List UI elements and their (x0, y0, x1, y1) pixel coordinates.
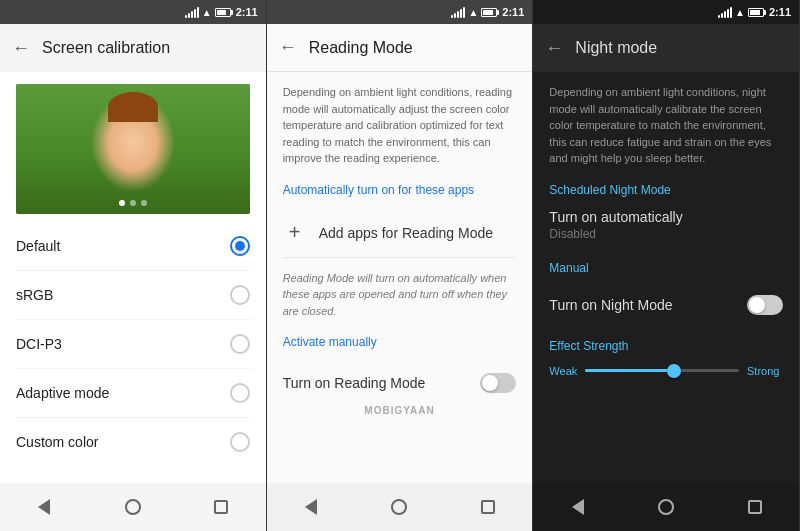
back-triangle-icon-2 (305, 499, 317, 515)
time-display-1: 2:11 (236, 6, 258, 18)
top-bar-3: ← Night mode (533, 24, 799, 72)
radio-srgb[interactable] (230, 285, 250, 305)
back-triangle-icon-3 (572, 499, 584, 515)
reading-toggle-row: Turn on Reading Mode (283, 365, 517, 401)
option-dcip3-label: DCI-P3 (16, 336, 62, 352)
reading-mode-panel: ▲ 2:11 ← Reading Mode Depending on ambie… (267, 0, 534, 531)
nav-bar-3 (533, 483, 799, 531)
wifi-icon: ▲ (202, 7, 212, 18)
top-bar-2: ← Reading Mode (267, 24, 533, 72)
nav-recent-1[interactable] (206, 492, 236, 522)
auto-toggle-sub: Disabled (549, 227, 783, 241)
option-custom[interactable]: Custom color (16, 418, 250, 466)
reading-auto-desc: Reading Mode will turn on automatically … (283, 270, 517, 320)
status-icons-1: ▲ 2:11 (185, 6, 258, 18)
back-button-3[interactable]: ← (545, 38, 563, 59)
slider-weak-label: Weak (549, 365, 577, 377)
home-circle-icon-3 (658, 499, 674, 515)
calibration-content: Default sRGB DCI-P3 Adaptive mode Custom… (0, 72, 266, 483)
activate-link[interactable]: Activate manually (283, 335, 517, 349)
option-default-label: Default (16, 238, 60, 254)
night-toggle-row: Turn on Night Mode (549, 287, 783, 323)
option-srgb[interactable]: sRGB (16, 271, 250, 320)
recent-square-icon-3 (748, 500, 762, 514)
screen-calibration-panel: ▲ 2:11 ← Screen calibration Default (0, 0, 267, 531)
reading-description: Depending on ambient light conditions, r… (283, 84, 517, 167)
dot-indicators (119, 200, 147, 206)
night-mode-panel: ▲ 2:11 ← Night mode Depending on ambient… (533, 0, 800, 531)
wifi-icon-2: ▲ (468, 7, 478, 18)
back-button-1[interactable]: ← (12, 38, 30, 59)
effect-strength-section: Effect Strength Weak Strong (549, 339, 783, 377)
battery-icon-2 (481, 8, 499, 17)
dot-1 (119, 200, 125, 206)
reading-toggle-switch[interactable] (480, 373, 516, 393)
night-description: Depending on ambient light conditions, n… (549, 84, 783, 167)
page-title-1: Screen calibration (42, 39, 170, 57)
status-icons-2: ▲ 2:11 (451, 6, 524, 18)
effect-strength-label: Effect Strength (549, 339, 783, 353)
kid-hair (108, 92, 158, 122)
battery-icon-3 (748, 8, 766, 17)
dot-2 (130, 200, 136, 206)
status-bar-1: ▲ 2:11 (0, 0, 266, 24)
radio-adaptive[interactable] (230, 383, 250, 403)
back-triangle-icon-1 (38, 499, 50, 515)
add-apps-label: Add apps for Reading Mode (319, 225, 493, 241)
calibration-image (16, 84, 250, 214)
home-circle-icon-2 (391, 499, 407, 515)
dot-3 (141, 200, 147, 206)
scheduled-section-header: Scheduled Night Mode (549, 183, 783, 197)
nav-home-3[interactable] (651, 492, 681, 522)
wifi-icon-3: ▲ (735, 7, 745, 18)
nav-home-1[interactable] (118, 492, 148, 522)
status-bar-2: ▲ 2:11 (267, 0, 533, 24)
radio-custom[interactable] (230, 432, 250, 452)
nav-bar-1 (0, 483, 266, 531)
radio-dcip3[interactable] (230, 334, 250, 354)
page-title-3: Night mode (575, 39, 657, 57)
nav-home-2[interactable] (384, 492, 414, 522)
signal-icon-2 (451, 6, 465, 18)
nav-back-1[interactable] (29, 492, 59, 522)
battery-icon (215, 8, 233, 17)
slider-fill (585, 369, 670, 372)
reading-toggle-label: Turn on Reading Mode (283, 375, 426, 391)
option-dcip3[interactable]: DCI-P3 (16, 320, 250, 369)
nav-recent-2[interactable] (473, 492, 503, 522)
slider-thumb[interactable] (667, 364, 681, 378)
signal-icon (185, 6, 199, 18)
option-adaptive-label: Adaptive mode (16, 385, 109, 401)
nav-back-2[interactable] (296, 492, 326, 522)
slider-strong-label: Strong (747, 365, 783, 377)
auto-section-header: Automatically turn on for these apps (283, 183, 517, 197)
auto-toggle-option[interactable]: Turn on automatically Disabled (549, 209, 783, 241)
add-icon: + (283, 221, 307, 245)
radio-default[interactable] (230, 236, 250, 256)
reading-content: Depending on ambient light conditions, r… (267, 72, 533, 483)
auto-toggle-label: Turn on automatically (549, 209, 783, 225)
status-icons-3: ▲ 2:11 (718, 6, 791, 18)
top-bar-1: ← Screen calibration (0, 24, 266, 72)
signal-icon-3 (718, 6, 732, 18)
watermark: MOBIGYAAN (283, 405, 517, 416)
night-toggle-switch[interactable] (747, 295, 783, 315)
recent-square-icon-1 (214, 500, 228, 514)
add-apps-row[interactable]: + Add apps for Reading Mode (283, 209, 517, 258)
status-bar-3: ▲ 2:11 (533, 0, 799, 24)
option-custom-label: Custom color (16, 434, 98, 450)
back-button-2[interactable]: ← (279, 37, 297, 58)
night-content: Depending on ambient light conditions, n… (533, 72, 799, 483)
option-default[interactable]: Default (16, 222, 250, 271)
time-display-3: 2:11 (769, 6, 791, 18)
page-title-2: Reading Mode (309, 39, 413, 57)
recent-square-icon-2 (481, 500, 495, 514)
nav-back-3[interactable] (563, 492, 593, 522)
slider-track[interactable] (585, 369, 739, 372)
nav-recent-3[interactable] (740, 492, 770, 522)
nav-bar-2 (267, 483, 533, 531)
time-display-2: 2:11 (502, 6, 524, 18)
slider-row: Weak Strong (549, 365, 783, 377)
option-srgb-label: sRGB (16, 287, 53, 303)
option-adaptive[interactable]: Adaptive mode (16, 369, 250, 418)
